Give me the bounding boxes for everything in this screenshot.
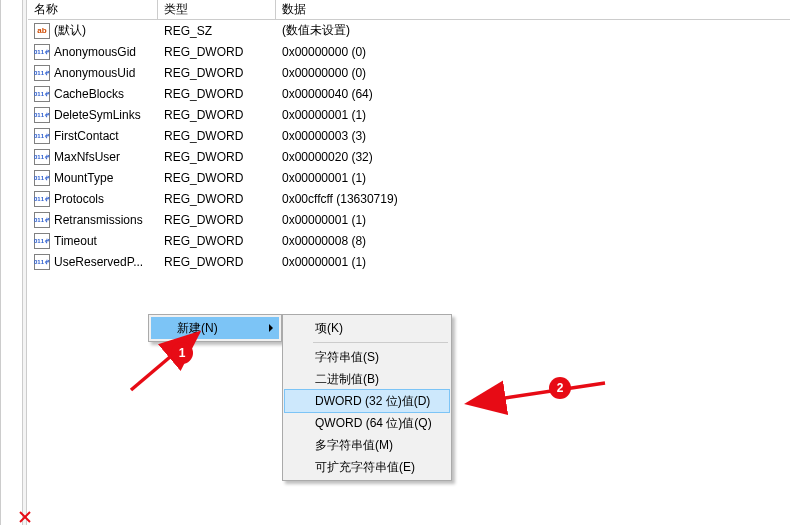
- menu-item-label: 字符串值(S): [315, 349, 379, 366]
- menu-item-label: DWORD (32 位)值(D): [315, 393, 430, 410]
- cell-name-text: Protocols: [54, 192, 104, 206]
- reg-binary-icon: [34, 254, 50, 270]
- menu-item-label: 可扩充字符串值(E): [315, 459, 415, 476]
- cell-data: 0x00cffcff (13630719): [282, 192, 790, 206]
- cell-type: REG_DWORD: [164, 129, 282, 143]
- table-row[interactable]: ProtocolsREG_DWORD0x00cffcff (13630719): [28, 188, 790, 209]
- table-row[interactable]: AnonymousUidREG_DWORD0x00000000 (0): [28, 62, 790, 83]
- table-row[interactable]: DeleteSymLinksREG_DWORD0x00000001 (1): [28, 104, 790, 125]
- reg-binary-icon: [34, 107, 50, 123]
- cell-name: Retransmissions: [34, 212, 164, 228]
- cell-data: 0x00000000 (0): [282, 66, 790, 80]
- reg-binary-icon: [34, 233, 50, 249]
- reg-binary-icon: [34, 170, 50, 186]
- menu-separator: [313, 342, 448, 343]
- menu-item-key[interactable]: 项(K): [285, 317, 449, 339]
- cell-name-text: CacheBlocks: [54, 87, 124, 101]
- cell-type: REG_DWORD: [164, 87, 282, 101]
- cell-name: DeleteSymLinks: [34, 107, 164, 123]
- cell-type: REG_DWORD: [164, 213, 282, 227]
- cell-name-text: MountType: [54, 171, 113, 185]
- menu-item-label: QWORD (64 位)值(Q): [315, 415, 432, 432]
- menu-item-label: 二进制值(B): [315, 371, 379, 388]
- table-row[interactable]: FirstContactREG_DWORD0x00000003 (3): [28, 125, 790, 146]
- cell-type: REG_DWORD: [164, 234, 282, 248]
- column-header-data[interactable]: 数据: [276, 0, 790, 19]
- cell-data: 0x00000020 (32): [282, 150, 790, 164]
- cell-type: REG_DWORD: [164, 45, 282, 59]
- column-header-type[interactable]: 类型: [158, 0, 276, 19]
- cell-name-text: FirstContact: [54, 129, 119, 143]
- cell-name-text: Timeout: [54, 234, 97, 248]
- column-headers: 名称 类型 数据: [28, 0, 790, 20]
- cell-name-text: (默认): [54, 22, 86, 39]
- reg-binary-icon: [34, 149, 50, 165]
- cell-name: UseReservedP...: [34, 254, 164, 270]
- cell-name: AnonymousUid: [34, 65, 164, 81]
- reg-string-icon: [34, 23, 50, 39]
- cell-name: MountType: [34, 170, 164, 186]
- cell-data: 0x00000003 (3): [282, 129, 790, 143]
- cell-data: 0x00000001 (1): [282, 213, 790, 227]
- cell-name: AnonymousGid: [34, 44, 164, 60]
- table-row[interactable]: UseReservedP...REG_DWORD0x00000001 (1): [28, 251, 790, 272]
- cell-name-text: AnonymousUid: [54, 66, 135, 80]
- cell-type: REG_DWORD: [164, 255, 282, 269]
- cell-name: Timeout: [34, 233, 164, 249]
- menu-item-expand[interactable]: 可扩充字符串值(E): [285, 456, 449, 478]
- chevron-right-icon: [269, 324, 273, 332]
- cell-name: MaxNfsUser: [34, 149, 164, 165]
- table-row[interactable]: CacheBlocksREG_DWORD0x00000040 (64): [28, 83, 790, 104]
- cell-name-text: UseReservedP...: [54, 255, 143, 269]
- cell-name-text: Retransmissions: [54, 213, 143, 227]
- reg-binary-icon: [34, 44, 50, 60]
- cell-name-text: DeleteSymLinks: [54, 108, 141, 122]
- cell-data: 0x00000008 (8): [282, 234, 790, 248]
- table-row[interactable]: (默认)REG_SZ(数值未设置): [28, 20, 790, 41]
- table-row[interactable]: RetransmissionsREG_DWORD0x00000001 (1): [28, 209, 790, 230]
- table-row[interactable]: AnonymousGidREG_DWORD0x00000000 (0): [28, 41, 790, 62]
- menu-item-label: 新建(N): [177, 320, 218, 337]
- menu-item-multi[interactable]: 多字符串值(M): [285, 434, 449, 456]
- reg-binary-icon: [34, 65, 50, 81]
- menu-item-dword[interactable]: DWORD (32 位)值(D): [285, 390, 449, 412]
- values-list[interactable]: (默认)REG_SZ(数值未设置)AnonymousGidREG_DWORD0x…: [28, 20, 790, 272]
- reg-binary-icon: [34, 191, 50, 207]
- column-header-name[interactable]: 名称: [28, 0, 158, 19]
- cell-name: FirstContact: [34, 128, 164, 144]
- cell-data: 0x00000040 (64): [282, 87, 790, 101]
- cell-type: REG_DWORD: [164, 66, 282, 80]
- cell-data: 0x00000001 (1): [282, 171, 790, 185]
- menu-item-new[interactable]: 新建(N): [151, 317, 279, 339]
- cell-name: (默认): [34, 22, 164, 39]
- table-row[interactable]: MountTypeREG_DWORD0x00000001 (1): [28, 167, 790, 188]
- menu-item-label: 项(K): [315, 320, 343, 337]
- menu-item-qword[interactable]: QWORD (64 位)值(Q): [285, 412, 449, 434]
- context-menu: 新建(N): [148, 314, 282, 342]
- cell-type: REG_DWORD: [164, 171, 282, 185]
- menu-item-binary[interactable]: 二进制值(B): [285, 368, 449, 390]
- cell-type: REG_DWORD: [164, 192, 282, 206]
- cell-name: Protocols: [34, 191, 164, 207]
- split-divider[interactable]: [22, 0, 27, 525]
- menu-item-label: 多字符串值(M): [315, 437, 393, 454]
- cell-name: CacheBlocks: [34, 86, 164, 102]
- cell-type: REG_DWORD: [164, 108, 282, 122]
- cell-data: (数值未设置): [282, 22, 790, 39]
- cell-data: 0x00000001 (1): [282, 255, 790, 269]
- cell-name-text: AnonymousGid: [54, 45, 136, 59]
- table-row[interactable]: MaxNfsUserREG_DWORD0x00000020 (32): [28, 146, 790, 167]
- context-submenu-new: 项(K)字符串值(S)二进制值(B)DWORD (32 位)值(D)QWORD …: [282, 314, 452, 481]
- cell-type: REG_SZ: [164, 24, 282, 38]
- registry-editor-right-pane: 名称 类型 数据 (默认)REG_SZ(数值未设置)AnonymousGidRE…: [0, 0, 790, 525]
- reg-binary-icon: [34, 212, 50, 228]
- table-row[interactable]: TimeoutREG_DWORD0x00000008 (8): [28, 230, 790, 251]
- reg-binary-icon: [34, 86, 50, 102]
- cell-type: REG_DWORD: [164, 150, 282, 164]
- cell-data: 0x00000001 (1): [282, 108, 790, 122]
- cell-data: 0x00000000 (0): [282, 45, 790, 59]
- cell-name-text: MaxNfsUser: [54, 150, 120, 164]
- menu-item-string[interactable]: 字符串值(S): [285, 346, 449, 368]
- reg-binary-icon: [34, 128, 50, 144]
